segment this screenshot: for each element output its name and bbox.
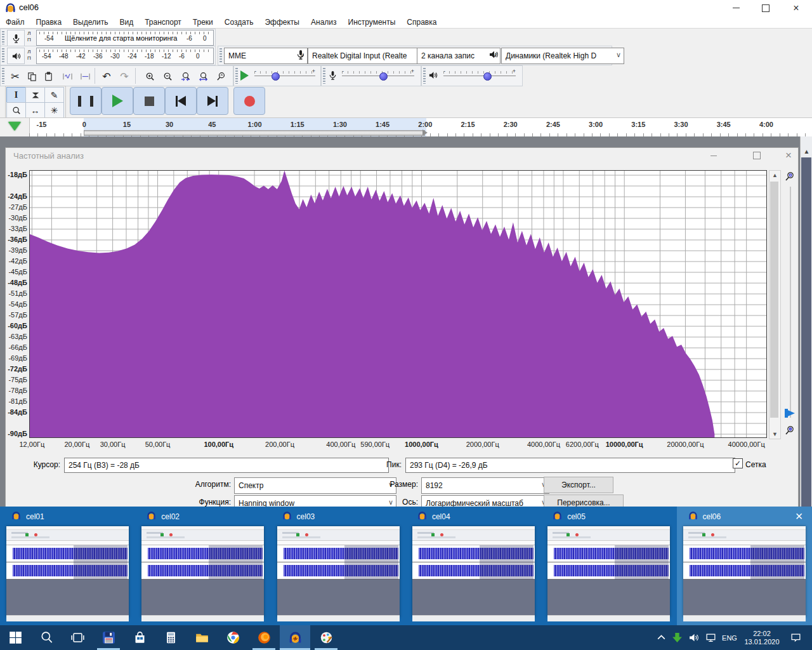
size-select[interactable]: 8192∨	[421, 477, 549, 494]
menu-item-Справка[interactable]: Справка	[401, 18, 442, 27]
menu-item-Транспорт[interactable]: Транспорт	[139, 18, 187, 27]
recording-device-select[interactable]: Realtek Digital Input (Realte∨	[308, 48, 431, 64]
toolbar-grip[interactable]	[423, 68, 426, 84]
zoom-in-icon[interactable]	[785, 171, 795, 182]
zoom-in-icon[interactable]	[141, 68, 158, 84]
zoom-slider-pointer[interactable]	[785, 409, 795, 418]
menu-item-Создать[interactable]: Создать	[219, 18, 259, 27]
taskbar-icon-start[interactable]	[0, 625, 30, 650]
preview-thumbnail[interactable]	[141, 526, 264, 617]
preview-thumbnail[interactable]	[277, 526, 400, 617]
play-speed-slider[interactable]: - +	[254, 69, 315, 82]
slider-thumb[interactable]	[483, 72, 492, 81]
menu-item-Треки[interactable]: Треки	[187, 18, 219, 27]
stop-button[interactable]	[133, 87, 165, 115]
recording-meter[interactable]: -54 Щёлкните для старта мониторинга -6 0	[36, 30, 214, 46]
menu-item-Правка[interactable]: Правка	[30, 18, 68, 27]
menu-item-Вид[interactable]: Вид	[114, 18, 139, 27]
preview-panel-cel01[interactable]: cel01	[0, 507, 135, 625]
zoom-fit-icon[interactable]	[195, 68, 211, 84]
action-center-icon[interactable]	[785, 625, 806, 650]
record-button[interactable]	[233, 87, 265, 115]
preview-panel-cel06[interactable]: cel06×	[677, 507, 812, 625]
spectrum-curve[interactable]	[29, 171, 714, 437]
taskbar-icon-firefox[interactable]	[249, 625, 279, 650]
skip-to-start-button[interactable]	[165, 87, 197, 115]
clock[interactable]: 22:02 13.01.2020	[741, 625, 783, 650]
slider-thumb[interactable]	[379, 72, 388, 81]
algorithm-select[interactable]: Спектр∨	[234, 477, 396, 494]
envelope-tool[interactable]	[25, 87, 45, 103]
zoom-slider[interactable]	[790, 187, 791, 418]
monitoring-message[interactable]: Щёлкните для старта мониторинга	[65, 34, 177, 42]
taskbar-icon-task-view[interactable]	[62, 625, 93, 650]
grid-checkbox[interactable]: ✓	[733, 458, 743, 468]
replot-button[interactable]: Перерисовка...	[544, 494, 624, 508]
export-button[interactable]: Экспорт...	[544, 477, 613, 493]
taskbar-icon-file-explorer[interactable]	[187, 625, 217, 650]
preview-panel-cel02[interactable]: cel02	[135, 507, 270, 625]
paste-icon[interactable]	[40, 68, 56, 84]
taskbar-icon-search[interactable]	[31, 625, 62, 650]
toolbar-grip[interactable]	[323, 68, 325, 84]
taskbar-icon-paint[interactable]	[311, 625, 341, 650]
draw-tool[interactable]: ✎	[44, 87, 64, 103]
zoom-selection-icon[interactable]	[177, 68, 193, 84]
multi-tool[interactable]: ✳	[44, 102, 64, 118]
timeline-scrub-bar[interactable]	[84, 130, 425, 136]
maximize-icon[interactable]	[755, 2, 776, 14]
preview-panel-cel05[interactable]: cel05	[541, 507, 676, 625]
function-select[interactable]: Hanning window∨	[234, 495, 396, 508]
playback-device-select[interactable]: Динамики (Realtek High D∨	[501, 48, 624, 64]
cut-icon[interactable]: ✂	[7, 68, 23, 84]
redo-icon[interactable]: ↷	[116, 68, 133, 84]
network-icon[interactable]	[702, 625, 719, 650]
play-at-speed-icon[interactable]	[240, 70, 249, 81]
main-vertical-scrollbar[interactable]: ▲	[800, 136, 812, 507]
playback-meter[interactable]: -54-48-42-36-30-24-18-12-60	[36, 48, 214, 64]
toolbar-grip[interactable]	[235, 68, 238, 84]
silence-audio-icon[interactable]	[77, 68, 93, 84]
menu-item-Выделить[interactable]: Выделить	[67, 18, 114, 27]
frequency-plot[interactable]	[29, 170, 767, 438]
copy-icon[interactable]	[23, 68, 40, 84]
toolbar-grip[interactable]	[219, 48, 222, 63]
undo-icon[interactable]: ↶	[98, 68, 115, 84]
trim-audio-icon[interactable]	[59, 68, 75, 84]
toolbar-grip[interactable]	[2, 68, 4, 84]
scrollbar-thumb[interactable]	[770, 182, 778, 418]
preview-thumbnail[interactable]	[412, 526, 535, 617]
slider-thumb[interactable]	[272, 72, 280, 81]
preview-thumbnail[interactable]	[683, 526, 806, 617]
zoom-out-icon[interactable]	[785, 425, 795, 435]
scrollbar-thumb[interactable]	[801, 157, 811, 513]
plot-vertical-scrollbar[interactable]: ▲ ▼	[769, 170, 781, 439]
taskbar-icon-calculator[interactable]	[155, 625, 186, 650]
close-icon[interactable]: ×	[785, 2, 807, 14]
preview-panel-cel04[interactable]: cel04	[406, 507, 541, 625]
volume-icon[interactable]	[685, 625, 702, 650]
taskbar-icon-chrome[interactable]	[218, 625, 248, 650]
dialog-maximize-icon[interactable]	[747, 149, 767, 162]
pin-playhead-icon[interactable]	[8, 122, 21, 131]
timeline-options[interactable]	[0, 118, 30, 137]
preview-panel-cel03[interactable]: cel03	[271, 507, 406, 625]
zoom-tool[interactable]	[6, 102, 26, 118]
menu-item-Анализ[interactable]: Анализ	[305, 18, 343, 27]
scroll-up-icon[interactable]: ▲	[769, 171, 780, 180]
preview-close-icon[interactable]: ×	[796, 509, 803, 524]
time-shift-tool[interactable]: ↔	[25, 102, 45, 118]
tray-expand-icon[interactable]	[653, 625, 669, 650]
toolbar-grip[interactable]	[2, 31, 4, 44]
play-button[interactable]	[102, 87, 133, 115]
taskbar-icon-floppy-app[interactable]	[93, 625, 124, 650]
record-meter-mic-icon[interactable]	[7, 30, 25, 46]
taskbar-icon-audacity[interactable]	[280, 625, 310, 650]
menu-item-Файл[interactable]: Файл	[0, 18, 30, 27]
preview-thumbnail[interactable]	[6, 526, 129, 617]
axis-select[interactable]: Логарифмический масштаб∨	[421, 495, 549, 508]
menu-item-Эффекты[interactable]: Эффекты	[259, 18, 305, 27]
play-meter-speaker-icon[interactable]	[7, 48, 25, 64]
preview-thumbnail[interactable]	[547, 526, 670, 617]
zoom-out-icon[interactable]	[159, 68, 176, 84]
